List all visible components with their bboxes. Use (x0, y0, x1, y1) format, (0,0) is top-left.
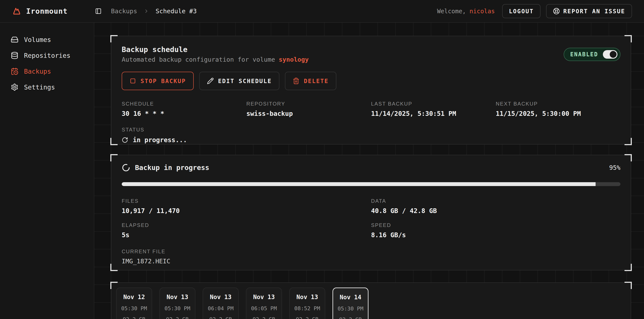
panel-left-icon (95, 8, 102, 14)
delete-button[interactable]: DELETE (285, 72, 336, 90)
progress-bar (122, 182, 620, 186)
status-row: in progress... (122, 136, 620, 144)
header-right: Welcome, nicolas LOGOUT REPORT AN ISSUE (437, 4, 632, 18)
history-size: 92.2 GB (246, 316, 282, 319)
stat-value: 8.16 GB/s (371, 231, 620, 239)
history-time: 06:04 PM (203, 305, 238, 312)
stat-label: FILES (122, 198, 371, 204)
field-repository: REPOSITORY swiss-backup (246, 101, 371, 117)
corner-bracket (624, 264, 632, 271)
stop-backup-button[interactable]: STOP BACKUP (122, 72, 194, 90)
corner-bracket (110, 282, 118, 289)
history-size: 92.2 GB (203, 316, 238, 319)
history-date: Nov 13 (160, 294, 195, 301)
report-issue-label: REPORT AN ISSUE (563, 8, 625, 14)
history-date: Nov 13 (246, 294, 282, 301)
corner-bracket (624, 154, 632, 161)
corner-bracket (624, 138, 632, 145)
subtitle-text: Automated backup configuration for volum… (122, 56, 275, 63)
corner-bracket (110, 264, 118, 271)
backup-history-card: Nov 12 05:30 PM 92.2 GB Nov 13 05:30 PM … (111, 282, 631, 319)
history-entry[interactable]: Nov 12 05:30 PM 92.2 GB (116, 288, 152, 319)
field-label: LAST BACKUP (371, 101, 496, 107)
stat-data: DATA 40.8 GB / 42.8 GB (371, 198, 620, 215)
status-block: STATUS in progress... (122, 127, 620, 144)
progress-stats: FILES 10,917 / 11,470 DATA 40.8 GB / 42.… (122, 198, 620, 239)
enabled-label: ENABLED (570, 51, 598, 58)
calendar-clock-icon (11, 67, 18, 75)
field-next-backup: NEXT BACKUP 11/15/2025, 5:30:00 PM (496, 101, 620, 117)
enabled-toggle[interactable]: ENABLED (564, 48, 620, 61)
current-file-block: CURRENT FILE IMG_1872.HEIC (122, 249, 620, 265)
delete-label: DELETE (304, 78, 329, 84)
brand: Ironmount (12, 6, 83, 16)
stat-label: SPEED (371, 222, 620, 228)
history-entry-selected[interactable]: Nov 14 05:30 PM 92.2 GB (332, 288, 368, 319)
history-date: Nov 14 (333, 294, 368, 301)
backup-progress-card: Backup in progress 95% FILES 10,917 / 11… (111, 155, 631, 270)
history-row: Nov 12 05:30 PM 92.2 GB Nov 13 05:30 PM … (116, 288, 626, 319)
rotate-cw-icon (122, 137, 128, 143)
stat-label: ELAPSED (122, 222, 371, 228)
stat-value: 40.8 GB / 42.8 GB (371, 207, 620, 215)
stop-square-icon (130, 77, 136, 84)
backup-schedule-card: Backup schedule Automated backup configu… (111, 36, 631, 145)
field-last-backup: LAST BACKUP 11/14/2025, 5:30:51 PM (371, 101, 496, 117)
stat-value: 5s (122, 231, 371, 239)
current-file-label: CURRENT FILE (122, 249, 620, 255)
chevron-right-icon (144, 8, 149, 14)
sidebar-item-label: Repositories (24, 52, 70, 59)
volume-name: synology (279, 56, 309, 63)
trash-icon (293, 77, 300, 84)
corner-bracket (624, 282, 632, 289)
corner-bracket (110, 154, 118, 161)
sidebar-toggle-button[interactable] (95, 8, 102, 14)
history-date: Nov 13 (203, 294, 238, 301)
history-entry[interactable]: Nov 13 06:05 PM 92.2 GB (246, 288, 282, 319)
sidebar-item-label: Volumes (24, 36, 51, 43)
field-value: 11/14/2025, 5:30:51 PM (371, 110, 496, 117)
breadcrumb-current: Schedule #3 (156, 7, 197, 15)
breadcrumb-section[interactable]: Backups (111, 7, 137, 15)
toggle-knob (610, 51, 616, 58)
progress-percent: 95% (609, 164, 620, 171)
edit-schedule-label: EDIT SCHEDULE (218, 78, 272, 84)
card-title: Backup schedule (122, 45, 620, 54)
mountain-icon (12, 6, 22, 16)
loader-arc-icon (122, 163, 130, 172)
corner-bracket (110, 35, 118, 42)
welcome-prefix: Welcome, (437, 8, 466, 15)
sidebar-item-settings[interactable]: Settings (0, 79, 94, 95)
database-icon (11, 52, 18, 59)
stat-files: FILES 10,917 / 11,470 (122, 198, 371, 215)
sidebar: Volumes Repositories Backups Settings (0, 23, 94, 319)
toggle-switch[interactable] (603, 50, 618, 59)
sidebar-item-repositories[interactable]: Repositories (0, 47, 94, 63)
lifebuoy-icon (553, 8, 560, 14)
logout-button[interactable]: LOGOUT (502, 4, 541, 18)
field-label: NEXT BACKUP (496, 101, 620, 107)
sidebar-item-volumes[interactable]: Volumes (0, 32, 94, 47)
history-entry[interactable]: Nov 13 08:52 PM 92.2 GB (289, 288, 325, 319)
history-entry[interactable]: Nov 13 05:30 PM 92.2 GB (160, 288, 196, 319)
corner-bracket (110, 138, 118, 145)
field-schedule: SCHEDULE 30 16 * * * (122, 101, 246, 117)
sidebar-item-backups[interactable]: Backups (0, 63, 94, 79)
header: Ironmount Backups Schedule #3 Welcome, n… (0, 0, 644, 23)
history-entry[interactable]: Nov 13 06:04 PM 92.2 GB (203, 288, 239, 319)
field-value: 30 16 * * * (122, 110, 246, 117)
report-issue-button[interactable]: REPORT AN ISSUE (546, 4, 632, 18)
progress-title-row: Backup in progress 95% (122, 163, 620, 172)
history-date: Nov 12 (116, 294, 152, 301)
stat-label: DATA (371, 198, 620, 204)
app-title: Ironmount (26, 7, 68, 15)
history-time: 05:30 PM (160, 305, 195, 312)
history-time: 06:05 PM (246, 305, 282, 312)
schedule-actions: STOP BACKUP EDIT SCHEDULE DELETE (122, 72, 620, 90)
field-label: SCHEDULE (122, 101, 246, 107)
field-value: swiss-backup (246, 110, 371, 117)
stat-elapsed: ELAPSED 5s (122, 222, 371, 239)
corner-bracket (624, 35, 632, 42)
hard-drive-icon (11, 36, 18, 43)
edit-schedule-button[interactable]: EDIT SCHEDULE (199, 72, 279, 90)
